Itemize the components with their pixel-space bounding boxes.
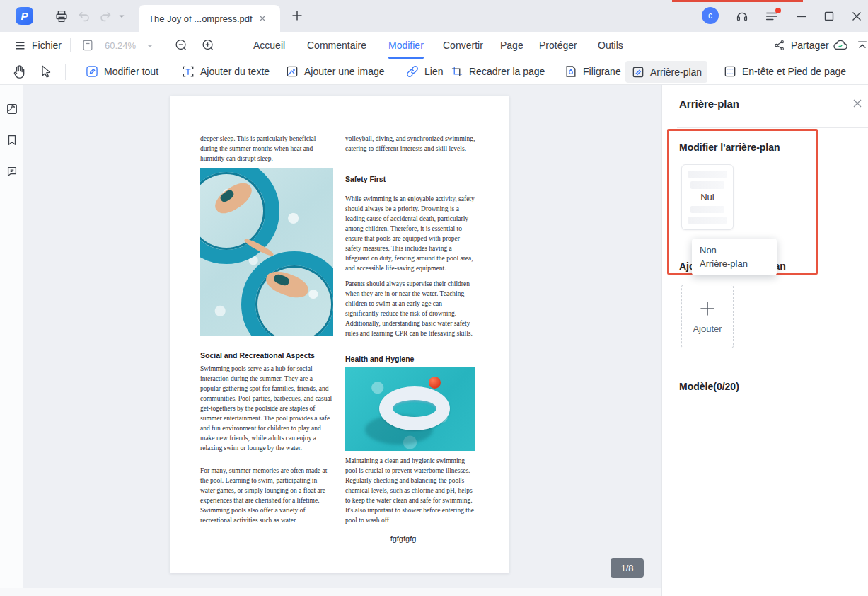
menu-notification-dot xyxy=(775,8,781,13)
ajouter-texte-label: Ajouter du texte xyxy=(200,66,270,77)
document-tab[interactable]: The Joy of ...ompress.pdf xyxy=(139,5,280,32)
tab-accueil[interactable]: Accueil xyxy=(253,32,285,59)
history-dropdown-icon[interactable] xyxy=(117,12,133,28)
divider xyxy=(677,365,868,365)
pdf-page[interactable]: deeper sleep. This is particularly benef… xyxy=(170,96,509,573)
hand-tool-icon[interactable] xyxy=(11,64,28,80)
link-icon xyxy=(405,64,419,79)
filigrane-button[interactable]: Filigrane xyxy=(558,59,627,84)
pool-tubes-photo xyxy=(200,168,333,336)
null-option-tooltip: Non Arrière-plan xyxy=(692,239,777,275)
pool-ring-photo xyxy=(345,367,475,451)
page-footer-text: fgfgfgfg xyxy=(361,534,446,543)
comments-icon[interactable] xyxy=(6,165,18,178)
close-window-icon[interactable] xyxy=(849,8,864,24)
tab-commentaire[interactable]: Commentaire xyxy=(307,32,366,59)
paragraph: While swimming is an enjoyable activity,… xyxy=(345,195,476,274)
zoom-dropdown-icon[interactable] xyxy=(146,42,154,50)
modifier-tout-label: Modifier tout xyxy=(104,66,158,77)
lien-button[interactable]: Lien xyxy=(400,59,449,84)
collapse-toolbar-icon[interactable] xyxy=(856,39,868,52)
tab-convertir[interactable]: Convertir xyxy=(443,32,483,59)
tab-page[interactable]: Page xyxy=(500,32,523,59)
add-button-label: Ajouter xyxy=(693,323,722,334)
watermark-icon xyxy=(564,64,578,79)
paragraph: Swimming pools serve as a hub for social… xyxy=(200,365,333,454)
add-background-button[interactable]: Ajouter xyxy=(681,285,734,348)
section-heading: Social and Recreational Aspects xyxy=(200,351,315,360)
placeholder-line xyxy=(688,217,727,224)
tab-outils[interactable]: Outils xyxy=(598,32,623,59)
page-indicator[interactable]: 1/8 xyxy=(611,558,644,578)
background-panel: Arrière-plan Modifier l'arrière-plan Nul… xyxy=(661,85,868,596)
cloud-sync-icon[interactable] xyxy=(832,38,849,53)
arriere-plan-button[interactable]: Arrière-plan xyxy=(625,61,707,83)
entete-pied-label: En-tête et Pied de page xyxy=(742,66,846,77)
ajouter-image-label: Ajouter une image xyxy=(304,66,385,77)
share-icon xyxy=(773,39,786,52)
account-avatar[interactable]: c xyxy=(702,7,719,24)
tab-modifier[interactable]: Modifier xyxy=(388,32,424,59)
file-menu[interactable]: Fichier xyxy=(14,32,62,59)
redo-icon[interactable] xyxy=(98,8,113,24)
tab-close-icon[interactable] xyxy=(258,14,267,23)
edit-all-icon xyxy=(85,64,99,79)
document-tab-title: The Joy of ...ompress.pdf xyxy=(149,13,253,24)
zoom-out-icon[interactable] xyxy=(173,38,189,53)
edit-toolbar: Modifier tout Ajouter du texte Ajouter u… xyxy=(0,59,868,85)
modifier-tout-button[interactable]: Modifier tout xyxy=(79,59,164,84)
ajouter-image-button[interactable]: Ajouter une image xyxy=(279,59,390,84)
plus-icon xyxy=(698,299,717,318)
paragraph: volleyball, diving, and synchronized swi… xyxy=(345,134,476,154)
document-viewport[interactable]: deeper sleep. This is particularly benef… xyxy=(23,85,661,588)
add-text-icon xyxy=(181,64,195,79)
title-bar: P The Joy of ...ompress.pdf xyxy=(0,0,868,32)
print-icon[interactable] xyxy=(54,8,69,24)
filigrane-label: Filigrane xyxy=(583,66,621,77)
bookmarks-icon[interactable] xyxy=(6,134,18,147)
panel-title: Arrière-plan xyxy=(679,98,739,110)
recadrer-label: Recadrer la page xyxy=(469,66,545,77)
section-heading: Health and Hygiene xyxy=(345,355,414,363)
arriere-plan-label: Arrière-plan xyxy=(650,67,702,78)
red-ball xyxy=(429,377,441,389)
recadrer-button[interactable]: Recadrer la page xyxy=(444,59,550,84)
paragraph: Parents should always supervise their ch… xyxy=(345,280,476,339)
paragraph: Maintaining a clean and hygienic swimmin… xyxy=(345,457,476,526)
zoom-level-value[interactable]: 60.24% xyxy=(105,32,136,59)
placeholder-line xyxy=(690,181,724,188)
pool-ring xyxy=(379,386,450,430)
undo-icon[interactable] xyxy=(76,8,92,24)
select-tool-icon[interactable] xyxy=(38,64,54,79)
placeholder-line xyxy=(690,206,724,213)
page-fit-icon[interactable] xyxy=(81,38,95,52)
null-option-label: Nul xyxy=(700,193,714,202)
pdfelement-window: P The Joy of ...ompress.pdf xyxy=(0,0,868,596)
template-heading: Modèle(0/20) xyxy=(679,381,739,392)
new-tab-icon[interactable] xyxy=(290,8,304,23)
share-button[interactable]: Partager xyxy=(773,32,829,59)
lien-label: Lien xyxy=(424,66,443,77)
zoom-in-icon[interactable] xyxy=(200,38,216,53)
entete-pied-button[interactable]: En-tête et Pied de page xyxy=(717,59,852,84)
app-logo-icon[interactable]: P xyxy=(16,7,33,25)
placeholder-line xyxy=(688,171,727,178)
panel-close-icon[interactable] xyxy=(852,98,863,109)
paragraph: For many, summer memories are often made… xyxy=(200,466,333,526)
support-headset-icon[interactable] xyxy=(734,8,750,24)
minimize-icon[interactable] xyxy=(794,8,809,24)
null-background-option[interactable]: Nul xyxy=(681,164,734,230)
tab-proteger[interactable]: Protéger xyxy=(539,32,577,59)
divider xyxy=(70,38,71,52)
add-image-icon xyxy=(285,64,299,79)
horizontal-scrollbar[interactable] xyxy=(0,588,661,596)
background-icon xyxy=(631,65,645,79)
page-thumbnails-icon[interactable] xyxy=(6,103,18,115)
tooltip-line2: Arrière-plan xyxy=(700,257,769,270)
maximize-icon[interactable] xyxy=(821,8,837,24)
file-menu-label: Fichier xyxy=(32,40,62,51)
edit-background-heading: Modifier l'arrière-plan xyxy=(679,142,780,153)
section-heading: Safety First xyxy=(345,175,386,183)
ajouter-texte-button[interactable]: Ajouter du texte xyxy=(175,59,275,84)
share-label: Partager xyxy=(791,40,829,51)
